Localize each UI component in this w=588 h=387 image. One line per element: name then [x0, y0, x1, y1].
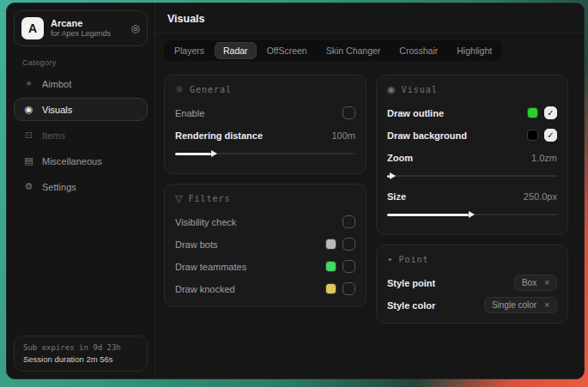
draw-teammates-color-swatch[interactable]	[325, 261, 336, 272]
style-point-select[interactable]: Box ×	[514, 275, 557, 291]
sidebar-item-settings[interactable]: ⚙ Settings	[14, 175, 148, 198]
tab-bar: Players Radar OffScreen Skin Changer Cro…	[164, 40, 502, 61]
box-icon: ⊡	[23, 130, 34, 141]
app-header: A Arcane for Apex Legends ◎	[14, 10, 148, 46]
panel-title: General	[190, 85, 232, 94]
category-label: Category	[22, 58, 139, 67]
sidebar-item-label: Visuals	[42, 105, 72, 115]
enable-label: Enable	[175, 108, 204, 118]
draw-background-color-swatch[interactable]	[527, 130, 538, 141]
crosshair-icon: ⌖	[23, 78, 34, 89]
row-zoom: Zoom 1.0zm	[387, 148, 557, 166]
gear-icon: ⚙	[23, 181, 34, 192]
tabs-row: Players Radar OffScreen Skin Changer Cro…	[155, 33, 585, 64]
panel-title: Point	[399, 255, 429, 264]
subscription-info-box: Sub expires in 9d 23h Session duration 2…	[14, 336, 148, 372]
grid-icon: ▤	[23, 155, 34, 166]
dot-icon: •	[387, 254, 393, 265]
row-rendering-distance: Rendering distance 100m	[175, 126, 355, 144]
sidebar: A Arcane for Apex Legends ◎ Category ⌖ A…	[7, 3, 155, 378]
row-draw-bots: Draw bots	[175, 235, 355, 253]
panel-general: ☼ General Enable Rendering distance 100m	[164, 75, 367, 174]
tab-highlight[interactable]: Highlight	[448, 42, 500, 59]
row-style-point: Style point Box ×	[387, 274, 557, 292]
row-style-color: Style color Single color ×	[387, 296, 557, 314]
panel-title: Filters	[188, 194, 230, 203]
row-draw-outline: Draw outline ✓	[387, 104, 557, 122]
rendering-distance-label: Rendering distance	[175, 130, 263, 141]
tab-radar[interactable]: Radar	[215, 42, 257, 59]
sidebar-item-label: Miscellaneous	[42, 156, 102, 166]
eye-icon: ◉	[387, 84, 396, 95]
app-subtitle: for Apex Legends	[51, 29, 124, 39]
zoom-slider[interactable]	[387, 171, 557, 181]
close-icon[interactable]: ×	[544, 300, 549, 310]
sidebar-item-label: Items	[42, 130, 65, 141]
panel-filters: ▽ Filters Visibility check Draw bots	[164, 184, 367, 307]
style-color-select[interactable]: Single color ×	[484, 297, 557, 313]
tab-offscreen[interactable]: OffScreen	[258, 42, 316, 59]
row-draw-knocked: Draw knocked	[175, 280, 355, 298]
tab-players[interactable]: Players	[166, 42, 213, 59]
draw-knocked-checkbox[interactable]	[342, 282, 355, 295]
row-enable: Enable	[175, 104, 355, 122]
row-size: Size 250.0px	[387, 187, 557, 205]
draw-background-checkbox[interactable]: ✓	[544, 129, 557, 142]
row-draw-teammates: Draw teammates	[175, 257, 355, 275]
app-window: A Arcane for Apex Legends ◎ Category ⌖ A…	[6, 3, 585, 379]
sidebar-item-label: Settings	[42, 182, 76, 192]
sidebar-item-miscellaneous[interactable]: ▤ Miscellaneous	[14, 149, 148, 172]
app-logo: A	[21, 17, 44, 39]
sub-expires-text: Sub expires in 9d 23h	[23, 343, 138, 352]
main-area: Visuals Players Radar OffScreen Skin Cha…	[155, 3, 585, 378]
draw-outline-checkbox[interactable]: ✓	[544, 106, 557, 119]
slider-fill	[175, 153, 211, 155]
draw-knocked-color-swatch[interactable]	[325, 283, 336, 294]
page-title: Visuals	[167, 13, 573, 25]
size-slider[interactable]	[387, 209, 557, 220]
draw-teammates-checkbox[interactable]	[342, 260, 355, 273]
row-visibility-check: Visibility check	[175, 213, 355, 231]
draw-bots-color-swatch[interactable]	[325, 239, 336, 250]
eye-icon: ◉	[23, 104, 34, 115]
close-icon[interactable]: ×	[544, 278, 549, 287]
content: ☼ General Enable Rendering distance 100m	[155, 64, 585, 334]
main-header: Visuals	[155, 3, 585, 33]
sidebar-item-aimbot[interactable]: ⌖ Aimbot	[14, 72, 148, 95]
session-duration-text: Session duration 2m 56s	[23, 354, 138, 364]
slider-fill	[387, 175, 390, 178]
panel-visual: ◉ Visual Draw outline ✓ Draw background	[376, 75, 568, 235]
draw-bots-checkbox[interactable]	[342, 238, 355, 251]
sidebar-item-label: Aimbot	[42, 79, 71, 89]
tab-skin-changer[interactable]: Skin Changer	[318, 42, 390, 59]
tab-crosshair[interactable]: Crosshair	[391, 42, 446, 59]
style-point-value: Box	[522, 278, 536, 287]
sidebar-item-items[interactable]: ⊡ Items	[14, 124, 148, 147]
draw-outline-color-swatch[interactable]	[527, 107, 538, 118]
slider-fill	[387, 214, 469, 216]
row-draw-background: Draw background ✓	[387, 126, 557, 144]
style-color-value: Single color	[492, 300, 536, 310]
sidebar-item-visuals[interactable]: ◉ Visuals	[14, 98, 148, 121]
funnel-icon: ▽	[175, 193, 182, 204]
enable-checkbox[interactable]	[342, 106, 355, 119]
rendering-distance-slider[interactable]	[175, 148, 355, 159]
app-name: Arcane	[51, 18, 124, 30]
settings-gear-icon[interactable]: ◎	[131, 22, 140, 34]
zoom-label: Zoom	[387, 153, 413, 163]
panel-point: • Point Style point Box × Style color S	[376, 245, 568, 324]
size-label: Size	[387, 191, 406, 202]
sidebar-nav: ⌖ Aimbot ◉ Visuals ⊡ Items ▤ Miscellaneo…	[14, 72, 148, 198]
size-value: 250.0px	[524, 191, 557, 202]
rendering-distance-value: 100m	[331, 130, 355, 141]
panel-title: Visual	[402, 85, 438, 94]
zoom-value: 1.0zm	[531, 153, 557, 163]
visibility-check-checkbox[interactable]	[342, 215, 355, 228]
sun-icon: ☼	[175, 84, 184, 95]
